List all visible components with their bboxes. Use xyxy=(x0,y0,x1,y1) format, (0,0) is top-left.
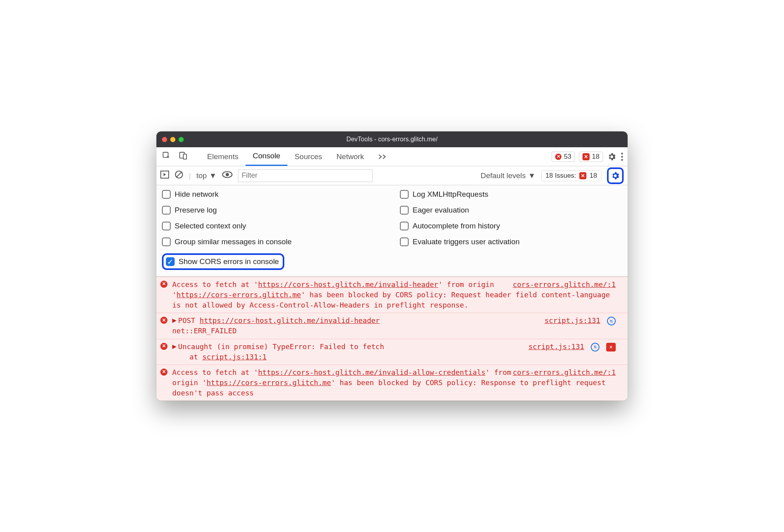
net-status: net::ERR_FAILED xyxy=(172,327,237,335)
toolbar-right: ✕ 53 ✕ 18 xyxy=(552,152,624,162)
disclosure-triangle-icon[interactable]: ▶ xyxy=(172,341,177,352)
checkbox-log-xhr[interactable]: Log XMLHttpRequests xyxy=(400,190,622,199)
errors-count: 53 xyxy=(564,153,571,161)
checkbox-eval-user-activation[interactable]: Evaluate triggers user activation xyxy=(400,238,622,246)
checkbox-label: Preserve log xyxy=(175,206,217,215)
http-method: POST xyxy=(178,316,195,325)
checkbox-group-similar[interactable]: Group similar messages in console xyxy=(162,238,384,246)
issues-inline-badge[interactable]: 18 Issues: ✕ 18 xyxy=(541,170,601,181)
device-icon[interactable] xyxy=(177,150,189,163)
checkbox-label: Selected context only xyxy=(175,222,246,230)
checkbox-icon xyxy=(162,238,171,246)
checkbox-autocomplete-history[interactable]: Autocomplete from history xyxy=(400,222,622,230)
chevron-double-right-icon xyxy=(378,154,387,160)
log-entry[interactable]: ✕ script.js:131 ⇅ ▶POST https://cors-hos… xyxy=(156,313,628,338)
console-settings-button[interactable] xyxy=(609,170,621,182)
context-selector[interactable]: top ▼ xyxy=(196,171,217,180)
main-toolbar: Elements Console Sources Network ✕ 53 ✕ … xyxy=(156,147,628,166)
error-square-icon: ✕ xyxy=(579,172,586,179)
stack-link[interactable]: script.js:131:1 xyxy=(202,353,267,361)
tab-label: Sources xyxy=(295,152,322,161)
url-link[interactable]: https://cors-host.glitch.me/invalid-head… xyxy=(258,280,438,289)
initiator-icon[interactable]: ⇅ xyxy=(591,343,599,352)
tab-console[interactable]: Console xyxy=(245,147,287,166)
tabs-overflow[interactable] xyxy=(371,147,394,166)
url-link[interactable]: https://cors-errors.glitch.me xyxy=(177,291,301,299)
checkbox-hide-network[interactable]: Hide network xyxy=(162,190,384,199)
checkbox-label: Group similar messages in console xyxy=(175,238,292,246)
issues-badge[interactable]: ✕ 18 xyxy=(579,152,603,162)
issues-count: 18 xyxy=(592,153,599,161)
issues-label: 18 Issues: xyxy=(546,172,577,180)
disclosure-triangle-icon[interactable]: ▶ xyxy=(172,315,177,325)
svg-point-4 xyxy=(621,156,623,157)
context-label: top xyxy=(196,171,207,180)
url-link[interactable]: https://cors-host.glitch.me/invalid-allo… xyxy=(258,368,485,376)
window-title: DevTools - cors-errors.glitch.me/ xyxy=(156,136,628,143)
checkbox-checked-icon: ✓ xyxy=(166,257,175,266)
levels-label: Default levels xyxy=(481,171,526,180)
svg-rect-2 xyxy=(183,154,186,159)
log-entry[interactable]: ✕ cors-errors.glitch.me/:1 Access to fet… xyxy=(156,365,628,401)
devtools-window: DevTools - cors-errors.glitch.me/ Elemen… xyxy=(156,131,628,401)
tab-elements[interactable]: Elements xyxy=(200,147,245,166)
checkbox-icon xyxy=(162,222,171,230)
clear-console-icon[interactable] xyxy=(175,170,183,181)
checkbox-icon xyxy=(400,222,409,230)
console-settings-panel: Hide network Log XMLHttpRequests Preserv… xyxy=(156,185,628,277)
chevron-down-icon: ▼ xyxy=(528,171,536,180)
console-log-area: ✕ cors-errors.glitch.me/:1 Access to fet… xyxy=(156,277,628,401)
error-circle-icon: ✕ xyxy=(160,281,167,288)
checkbox-icon xyxy=(162,206,171,215)
error-square-icon: ✕ xyxy=(582,153,590,160)
error-circle-icon: ✕ xyxy=(160,369,167,376)
inspect-icon[interactable] xyxy=(160,150,172,163)
svg-point-10 xyxy=(226,173,229,176)
issue-chip-icon[interactable]: ✕ xyxy=(606,343,616,352)
svg-line-8 xyxy=(177,172,181,177)
checkbox-label: Show CORS errors in console xyxy=(179,257,279,266)
checkbox-icon xyxy=(400,238,409,246)
source-link[interactable]: script.js:131 xyxy=(544,316,600,325)
checkbox-show-cors[interactable]: ✓Show CORS errors in console xyxy=(166,257,279,266)
filter-input[interactable] xyxy=(238,169,373,182)
svg-point-3 xyxy=(621,152,623,154)
more-icon[interactable] xyxy=(620,152,624,161)
settings-gear-icon[interactable] xyxy=(607,152,617,162)
log-entry[interactable]: ✕ cors-errors.glitch.me/:1 Access to fet… xyxy=(156,277,628,313)
checkbox-icon xyxy=(400,190,409,199)
error-circle-icon: ✕ xyxy=(160,317,167,324)
checkbox-selected-context[interactable]: Selected context only xyxy=(162,222,384,230)
checkbox-preserve-log[interactable]: Preserve log xyxy=(162,206,384,215)
log-levels-selector[interactable]: Default levels ▼ xyxy=(481,171,536,180)
panel-tabs: Elements Console Sources Network xyxy=(200,147,394,166)
initiator-icon[interactable]: ⇅ xyxy=(607,317,616,325)
log-text: at xyxy=(189,353,202,361)
toggle-sidebar-icon[interactable] xyxy=(160,171,169,180)
source-link[interactable]: script.js:131 xyxy=(528,342,584,351)
checkbox-icon xyxy=(162,190,171,199)
log-entry[interactable]: ✕ script.js:131 ⇅ ✕ ▶Uncaught (in promis… xyxy=(156,339,628,365)
url-link[interactable]: https://cors-errors.glitch.me xyxy=(207,378,331,387)
source-link[interactable]: cors-errors.glitch.me/:1 xyxy=(513,280,616,289)
error-circle-icon: ✕ xyxy=(160,343,167,350)
source-link[interactable]: cors-errors.glitch.me/:1 xyxy=(513,368,616,376)
live-expression-icon[interactable] xyxy=(222,171,232,180)
tab-sources[interactable]: Sources xyxy=(287,147,329,166)
log-text: Access to fetch at ' xyxy=(172,280,258,289)
log-text: Uncaught (in promise) TypeError: Failed … xyxy=(178,342,384,351)
error-circle-icon: ✕ xyxy=(555,154,561,160)
tab-label: Console xyxy=(253,152,280,160)
checkbox-label: Log XMLHttpRequests xyxy=(413,190,488,199)
checkbox-highlight: ✓Show CORS errors in console xyxy=(162,253,284,270)
errors-badge[interactable]: ✕ 53 xyxy=(552,152,575,162)
checkbox-icon xyxy=(400,206,409,215)
checkbox-label: Eager evaluation xyxy=(413,206,469,215)
tab-label: Network xyxy=(337,152,364,161)
issues-badge-count: 18 xyxy=(590,172,597,180)
titlebar: DevTools - cors-errors.glitch.me/ xyxy=(156,131,628,147)
url-link[interactable]: https://cors-host.glitch.me/invalid-head… xyxy=(200,316,380,325)
tab-label: Elements xyxy=(207,152,238,161)
checkbox-eager-eval[interactable]: Eager evaluation xyxy=(400,206,622,215)
tab-network[interactable]: Network xyxy=(329,147,371,166)
